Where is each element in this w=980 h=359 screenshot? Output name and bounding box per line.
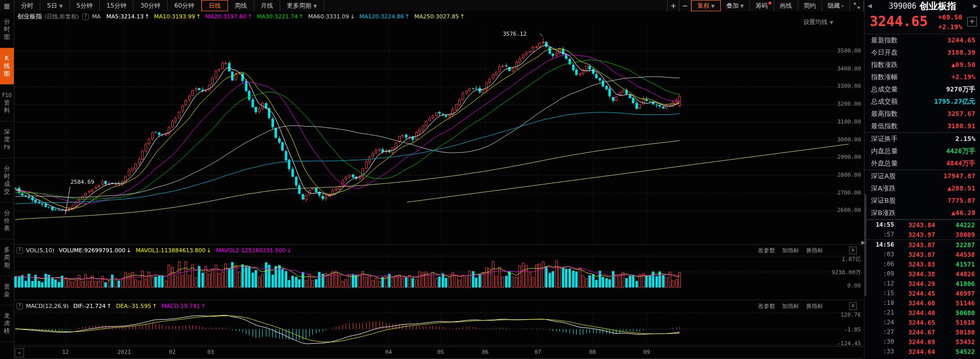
tick-cell: :12 [871,279,894,289]
stat-label: 总成交量 [871,83,898,95]
volume-axis-label: 9238.00万 [825,269,861,276]
month-label-12: 12 [54,349,77,355]
close-macd-icon[interactable]: × [849,302,857,310]
tab-60分钟[interactable]: 60分钟 [168,0,201,11]
ma-toggle[interactable]: MA [92,13,101,20]
indicator-value: MA30:3221.74↑ [257,13,303,20]
month-label-06: 06 [474,349,496,355]
tick-row: :303244.6953432 [864,337,980,347]
tick-cell: 3244.67 [901,327,942,337]
control-改参数[interactable]: 改参数 [758,247,775,254]
sidebar-item-分价表[interactable]: 分价表 [0,203,14,240]
volume-header: ? VOL(5,10) VOLUME:92699791.000↓MAVOL1:1… [14,244,863,256]
tick-cell: 3244.38 [901,269,942,279]
button-简约[interactable]: 简约 [798,0,822,11]
fullscreen-icon[interactable] [850,0,864,11]
button-复权[interactable]: 复权▼ [691,0,721,11]
tick-cell: :18 [871,298,894,308]
sidebar-item-龙虎榜[interactable]: 龙虎榜 [0,305,14,342]
tick-cell: :06 [871,259,894,269]
stat-value: ▲69.50 [951,59,975,71]
next-symbol-icon[interactable]: ▶ [973,3,977,9]
help-icon[interactable]: ? [82,13,89,20]
tick-row: :213244.4050680 [864,308,980,318]
button-叠加[interactable]: 叠加▼ [721,0,750,11]
indicator-value: MAVOL1:113884613.800↓ [135,247,211,254]
collapse-sidebar-icon[interactable]: « [15,348,24,357]
tab-月线[interactable]: 月线 [254,0,280,11]
tab-更多周期[interactable]: 更多周期▼ [280,0,324,11]
tab-30分钟[interactable]: 30分钟 [133,0,167,11]
volume-indicator-name[interactable]: VOL(5,10) [26,247,54,254]
tab-周线[interactable]: 周线 [228,0,254,11]
panel-collapse-handle[interactable]: ▶ [861,231,865,254]
macd-axis-label: 120.76 [825,312,861,318]
tab-5分钟[interactable]: 5分钟 [70,0,100,11]
macd-canvas[interactable] [14,312,863,346]
kline-pane[interactable]: 3500.003400.003300.003200.003100.003000.… [14,21,863,244]
indicator-value: MA250:3027.85↑ [415,13,465,20]
month-label-09: 09 [635,349,658,355]
add-to-watchlist-button[interactable]: + [967,17,977,27]
indicator-value: MA5:3214.13↑ [106,13,149,20]
button-画线[interactable]: 画线 [774,0,798,11]
sidebar-item-分时成交[interactable]: 分时成交 [0,158,14,203]
sidebar-item-分时图[interactable]: 分时图 [0,11,14,48]
tick-cell: 32287 [955,240,975,250]
close-volume-icon[interactable]: × [849,247,857,254]
sidebar-item-K线图[interactable]: K线图 [0,48,14,85]
sidebar-item-深度F9[interactable]: 深度F9 [0,122,14,158]
macd-indicator-name[interactable]: MACD(12,26,9) [26,303,69,309]
zoom-in-button[interactable]: + [667,0,679,11]
control-换指标[interactable]: 换指标 [806,302,823,310]
tab-分时[interactable]: 分时 [14,0,40,11]
control-加指标[interactable]: 加指标 [782,302,799,310]
sidebar-item-资金[interactable]: 资金 [0,276,14,305]
tick-cell: :24 [871,318,894,327]
button-隐藏[interactable]: 隐藏» [822,0,850,11]
chart-area: 创业板指 (日线,前复权) ? MA MA5:3214.13↑MA10:3193… [14,11,863,359]
stat-value: 17947.87 [943,170,975,182]
stat-row: 深B涨跌▲46.28 [864,207,980,220]
zoom-out-button[interactable]: − [679,0,691,11]
price-change: +69.50 [938,13,962,21]
month-label-03: 03 [199,349,222,355]
kline-canvas[interactable] [14,21,863,244]
tick-row: :183244.6051146 [864,298,980,308]
stat-label: 最高指数 [871,108,898,120]
app-grid-icon[interactable]: ▦ [0,0,14,11]
tick-cell: 3243.83 [901,259,942,269]
control-换指标[interactable]: 换指标 [806,247,823,254]
tick-row: :243244.6551618 [864,318,980,327]
stat-value: ▲46.28 [951,207,975,219]
tick-row: :123244.2941806 [864,279,980,289]
help-icon[interactable]: ? [16,247,23,254]
tick-cell: 46997 [955,289,975,298]
price-axis-label: 3300.00 [825,83,861,89]
left-sidebar: 分时图K线图F10资料深度F9分时成交分价表多周期资金龙虎榜 [0,11,14,359]
tab-日线[interactable]: 日线 [201,0,228,11]
stat-row: 总成交量9270万手 [864,83,980,95]
toolbar-right-group: + − 复权▼叠加▼筹码画线简约隐藏» [668,0,864,11]
control-加指标[interactable]: 加指标 [782,247,799,254]
prev-symbol-icon[interactable]: ◀ [868,3,872,9]
tick-cell: 41571 [955,259,975,269]
sidebar-item-多周期[interactable]: 多周期 [0,240,14,276]
tick-row: :033243.8744538 [864,250,980,259]
macd-pane[interactable]: 120.76-1.85-124.45 [14,312,863,346]
indicator-value: MAVOL2:125160231.500↓ [216,247,291,254]
volume-canvas[interactable] [14,255,863,289]
low-annotation: 2584.69 [71,179,94,185]
volume-pane[interactable]: 1.87亿9238.00万0.00 [14,255,863,289]
tab-5日[interactable]: 5日▼ [40,0,70,11]
stat-label: 深证B股 [871,195,896,207]
help-icon[interactable]: ? [16,303,23,309]
month-label-2021: 2021 [113,349,135,355]
sidebar-item-F10资料[interactable]: F10资料 [0,85,14,122]
month-label-04: 04 [377,349,400,355]
control-改参数[interactable]: 改参数 [758,302,775,310]
tick-cell: 54522 [955,347,975,356]
button-筹码[interactable]: 筹码 [750,0,774,11]
tick-row: :153244.4546997 [864,289,980,298]
tab-15分钟[interactable]: 15分钟 [100,0,133,11]
